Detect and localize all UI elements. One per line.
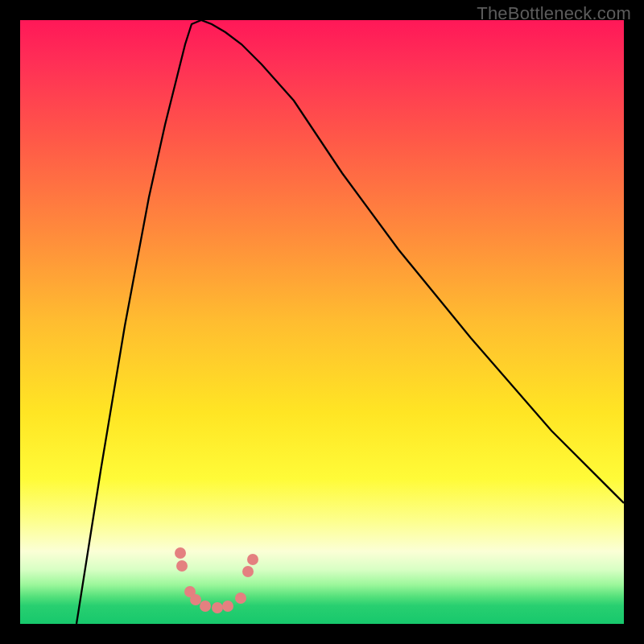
curve-marker [242,566,254,577]
curve-path-group [76,20,624,624]
chart-plot-area [20,20,624,624]
bottleneck-curve [76,20,624,624]
bottleneck-curve-svg [20,20,624,624]
curve-marker [222,601,233,612]
curve-marker [176,560,188,572]
curve-marker [190,594,201,605]
curve-marker [235,592,246,604]
curve-marker [212,602,223,613]
curve-marker [175,547,186,559]
curve-marker [200,601,211,612]
curve-marker [247,554,258,565]
curve-markers [175,547,258,613]
